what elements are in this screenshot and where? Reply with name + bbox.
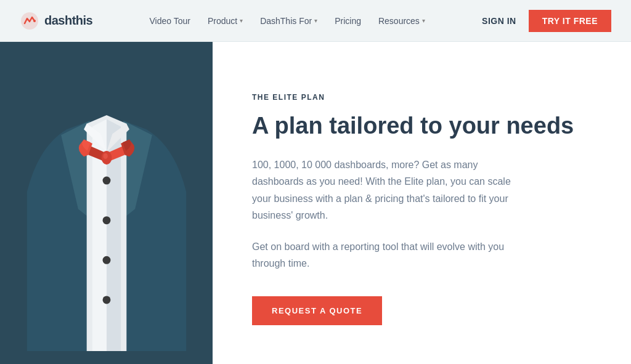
nav-dashthis-for[interactable]: DashThis For ▾ (260, 16, 317, 26)
nav-product[interactable]: Product ▾ (208, 16, 243, 26)
svg-point-4 (102, 256, 110, 264)
chevron-down-icon: ▾ (422, 17, 425, 24)
content-panel: THE ELITE PLAN A plan tailored to your n… (213, 42, 631, 364)
main-nav: Video Tour Product ▾ DashThis For ▾ Pric… (149, 16, 425, 26)
illustration-panel (0, 42, 213, 364)
plan-description-1: 100, 1000, 10 000 dashboards, more? Get … (252, 156, 523, 224)
nav-video-tour[interactable]: Video Tour (149, 16, 190, 26)
logo-icon (20, 11, 39, 31)
svg-point-7 (103, 153, 107, 158)
main-content: THE ELITE PLAN A plan tailored to your n… (0, 42, 631, 364)
plan-title: A plan tailored to your needs (252, 113, 592, 140)
logo-text: dashthis (44, 14, 92, 28)
svg-point-2 (102, 176, 110, 184)
logo[interactable]: dashthis (20, 11, 92, 31)
header-actions: SIGN IN TRY IT FREE (482, 10, 611, 32)
tuxedo-illustration (20, 55, 193, 351)
svg-point-3 (102, 216, 110, 224)
nav-pricing[interactable]: Pricing (335, 16, 361, 26)
svg-point-1 (33, 20, 36, 22)
nav-resources[interactable]: Resources ▾ (378, 16, 425, 26)
plan-description-2: Get on board with a reporting tool that … (252, 238, 523, 272)
svg-point-5 (102, 296, 110, 304)
sign-in-link[interactable]: SIGN IN (482, 16, 516, 26)
plan-eyebrow: THE ELITE PLAN (252, 93, 592, 102)
chevron-down-icon: ▾ (240, 17, 243, 24)
request-quote-button[interactable]: REQUEST A QUOTE (252, 296, 382, 325)
try-free-button[interactable]: TRY IT FREE (529, 10, 611, 32)
chevron-down-icon: ▾ (314, 17, 317, 24)
